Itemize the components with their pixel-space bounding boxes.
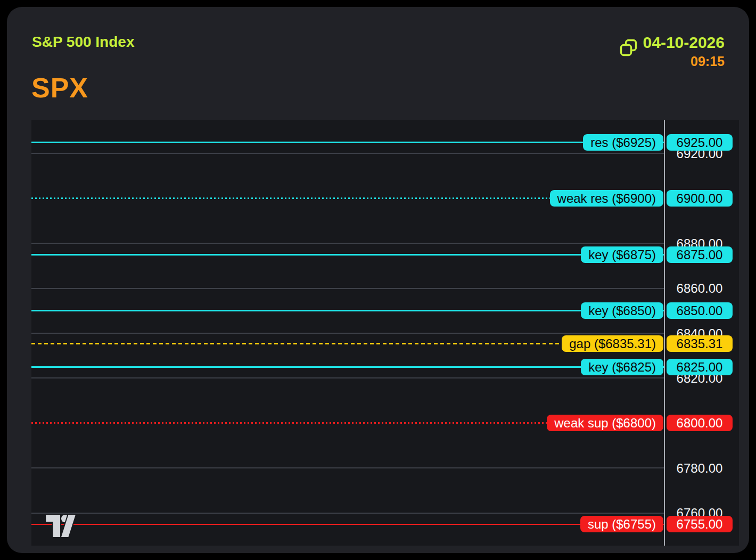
level-line[interactable] (31, 142, 664, 143)
index-title: S&P 500 Index (32, 34, 134, 51)
level-line[interactable] (31, 366, 664, 368)
level-flag[interactable]: gap ($6835.31) (562, 335, 663, 352)
grid-line (31, 288, 664, 289)
level-flag[interactable]: weak sup ($6800) (547, 415, 663, 431)
level-flag[interactable]: weak res ($6900) (550, 190, 663, 207)
level-flag[interactable]: key ($6850) (581, 302, 663, 319)
level-line[interactable] (31, 310, 664, 311)
grid-line (31, 333, 664, 334)
grid-price-label: 6860.00 (667, 280, 733, 297)
price-badge[interactable]: 6850.00 (667, 302, 733, 319)
symbol-ticker: SPX (31, 72, 88, 104)
price-badge[interactable]: 6900.00 (667, 190, 733, 207)
price-badge[interactable]: 6925.00 (667, 134, 733, 151)
grid-line (31, 377, 664, 378)
level-flag[interactable]: key ($6875) (581, 246, 663, 263)
copy-icon[interactable] (619, 38, 638, 57)
grid-line (31, 467, 664, 468)
level-flag[interactable]: key ($6825) (581, 359, 663, 375)
level-flag[interactable]: sup ($6755) (580, 516, 663, 532)
price-badge[interactable]: 6800.00 (667, 415, 733, 431)
grid-line (31, 243, 664, 244)
price-axis-divider[interactable] (664, 120, 665, 546)
chart-panel: S&P 500 Index SPX 04-10-2026 09:15 (7, 7, 749, 553)
screen: S&P 500 Index SPX 04-10-2026 09:15 (0, 0, 756, 560)
grid-line (31, 153, 664, 154)
tradingview-logo-icon[interactable] (44, 513, 77, 539)
level-line[interactable] (31, 254, 664, 256)
time-label: 09:15 (691, 54, 725, 69)
level-line[interactable] (31, 524, 664, 525)
price-badge[interactable]: 6875.00 (667, 246, 733, 263)
price-badge[interactable]: 6755.00 (667, 516, 733, 532)
level-flag[interactable]: res ($6925) (583, 134, 663, 151)
price-badge[interactable]: 6825.00 (667, 359, 733, 375)
grid-line (31, 513, 664, 514)
date-label: 04-10-2026 (643, 34, 725, 52)
chart-area[interactable]: 6920.006880.006860.006840.006820.006780.… (31, 120, 739, 546)
grid-price-label: 6780.00 (667, 460, 733, 476)
price-badge[interactable]: 6835.31 (667, 335, 733, 352)
